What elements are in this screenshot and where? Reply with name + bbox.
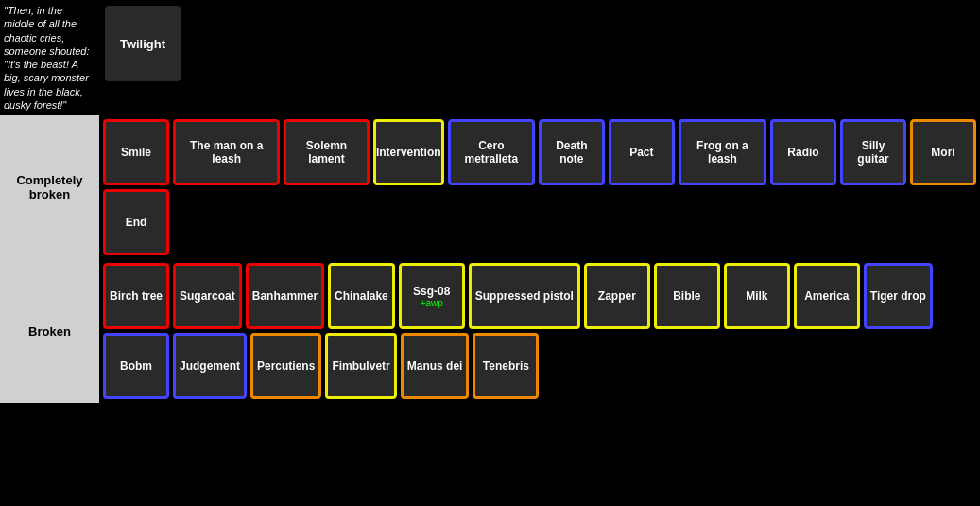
completely-broken-row-1: SmileThe man on a leashSolemn lamentInte… — [103, 119, 976, 185]
grid-cell[interactable]: Judgement — [173, 333, 247, 399]
broken-section: Birch treeSugarcoatBanhammerChinalakeSsg… — [99, 259, 980, 403]
grid-cell[interactable]: Smile — [103, 119, 169, 185]
grid-cell[interactable]: Death note — [539, 119, 605, 185]
grid-cell[interactable]: Tenebris — [473, 333, 539, 399]
broken-row-1: Birch treeSugarcoatBanhammerChinalakeSsg… — [103, 263, 976, 329]
grid-cell[interactable]: Silly guitar — [840, 119, 906, 185]
grid-cell[interactable]: Mori — [910, 119, 976, 185]
grid-cell[interactable]: Bobm — [103, 333, 169, 399]
completely-broken-row-2: End — [103, 189, 976, 255]
grid-cell[interactable]: Sugarcoat — [173, 263, 242, 329]
top-right-section: Twilight — [99, 0, 980, 115]
grid-cell[interactable]: Manus dei — [401, 333, 470, 399]
grid-cell[interactable]: Tiger drop — [864, 263, 933, 329]
grid-cell[interactable]: Ssg-08+awp — [399, 263, 465, 329]
grid-cell[interactable]: Frog on a leash — [679, 119, 766, 185]
grid-cell[interactable]: End — [103, 189, 169, 255]
grid-cell[interactable]: Zapper — [584, 263, 650, 329]
grid-cell[interactable]: Radio — [770, 119, 836, 185]
grid-cell[interactable]: Solemn lament — [284, 119, 369, 185]
quote-text: "Then, in the middle of all the chaotic … — [4, 4, 95, 112]
grid-cell[interactable]: Percutiens — [250, 333, 321, 399]
completely-broken-label: Completely broken — [0, 115, 99, 259]
broken-label: Broken — [0, 259, 99, 403]
grid-cell[interactable]: Chinalake — [328, 263, 395, 329]
grid-cell[interactable]: Fimbulvetr — [325, 333, 396, 399]
grid-cell[interactable]: Pact — [609, 119, 675, 185]
grid-cell[interactable]: Milk — [724, 263, 790, 329]
grid-cell[interactable]: The man on a leash — [173, 119, 280, 185]
grid-cell[interactable]: Birch tree — [103, 263, 169, 329]
grid-cell[interactable]: Cero metralleta — [448, 119, 535, 185]
grid-cell[interactable]: Intervention — [373, 119, 444, 185]
broken-row-2: BobmJudgementPercutiensFimbulvetrManus d… — [103, 333, 976, 399]
completely-broken-section: SmileThe man on a leashSolemn lamentInte… — [99, 115, 980, 259]
twilight-cell[interactable]: Twilight — [105, 6, 181, 81]
grid-cell[interactable]: Bible — [654, 263, 720, 329]
grid-cell[interactable]: America — [794, 263, 860, 329]
grid-cell[interactable]: Banhammer — [246, 263, 324, 329]
quote-section: "Then, in the middle of all the chaotic … — [0, 0, 99, 115]
grid-cell[interactable]: Suppressed pistol — [469, 263, 580, 329]
